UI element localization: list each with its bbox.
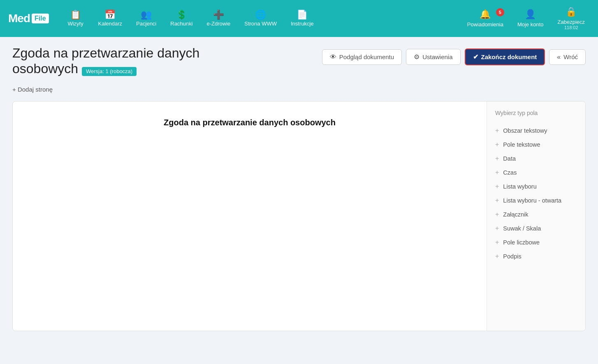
notifications-label: Powiadomienia [467, 21, 503, 28]
field-item-8[interactable]: + Pole liczbowe [495, 235, 577, 249]
lock-icon: 🔒 [566, 7, 577, 16]
eye-icon: 👁 [330, 53, 336, 61]
pacjenci-label: Pacjenci [136, 21, 156, 27]
field-plus-icon-7: + [495, 225, 499, 232]
nav-item-strona-www[interactable]: 🌐 Strona WWW [239, 6, 283, 31]
kalendarz-icon: 📅 [104, 10, 116, 19]
nav-items: 📋 Wizyty 📅 Kalendarz 👥 Pacjenci 💲 Rachun… [61, 6, 462, 31]
field-item-label-4: Lista wyboru [503, 183, 536, 190]
add-page-button[interactable]: + Dodaj stronę [12, 84, 586, 94]
field-item-label-2: Data [503, 155, 516, 162]
field-item-label-1: Pole tekstowe [503, 141, 540, 148]
page-title-block: Zgoda na przetwarzanie danych osobowych … [12, 45, 199, 77]
user-icon: 👤 [525, 10, 536, 19]
security-label: Zabezpiecz [558, 19, 585, 25]
nav-right: 🔔 5 Powiadomienia 👤 Moje konto 🔒 Zabezpi… [462, 4, 590, 33]
document-heading: Zgoda na przetwarzanie danych osobowych [164, 118, 336, 127]
field-plus-icon-1: + [495, 141, 499, 148]
add-page-row: + Dodaj stronę [12, 84, 586, 94]
version-badge: Wersja: 1 (robocza) [82, 67, 137, 76]
content: Zgoda na przetwarzanie danych osobowych … [0, 37, 598, 339]
field-plus-icon-5: + [495, 197, 499, 204]
nav-item-instrukcje[interactable]: 📄 Instrukcje [285, 6, 320, 31]
field-item-0[interactable]: + Obszar tekstowy [495, 124, 577, 138]
instrukcje-icon: 📄 [297, 10, 308, 19]
nav-item-kalendarz[interactable]: 📅 Kalendarz [93, 6, 128, 31]
back-button[interactable]: « Wróć [549, 49, 586, 65]
instrukcje-label: Instrukcje [291, 21, 314, 27]
strona-www-icon: 🌐 [255, 10, 266, 19]
field-item-label-8: Pole liczbowe [503, 239, 540, 246]
ezdrowie-label: e-Zdrowie [206, 21, 230, 27]
page-header: Zgoda na przetwarzanie danych osobowych … [12, 45, 586, 77]
nav-item-pacjenci[interactable]: 👥 Pacjenci [130, 6, 162, 31]
field-item-label-0: Obszar tekstowy [503, 127, 547, 134]
field-plus-icon-4: + [495, 183, 499, 190]
field-plus-icon-9: + [495, 253, 499, 260]
field-plus-icon-3: + [495, 169, 499, 176]
account-label: Moje konto [517, 21, 544, 28]
field-items-list: + Obszar tekstowy + Pole tekstowe + Data… [495, 124, 577, 263]
finish-button[interactable]: ✔ Zakończ dokument [465, 48, 545, 65]
kalendarz-label: Kalendarz [98, 21, 123, 27]
field-item-label-3: Czas [503, 169, 517, 176]
page-title: Zgoda na przetwarzanie danych osobowych … [12, 45, 199, 77]
field-item-3[interactable]: + Czas [495, 166, 577, 180]
preview-button[interactable]: 👁 Podgląd dokumentu [322, 49, 402, 65]
document-area: Zgoda na przetwarzanie danych osobowych … [12, 101, 586, 331]
field-panel-title: Wybierz typ pola [495, 110, 577, 116]
security-time: 118:02 [564, 25, 578, 30]
bell-icon: 🔔 [480, 10, 491, 19]
logo-file-text: File [32, 14, 49, 23]
logo-med-text: Med [8, 12, 30, 25]
navbar: Med File 📋 Wizyty 📅 Kalendarz 👥 Pacjenci… [0, 0, 598, 37]
nav-item-wizyty[interactable]: 📋 Wizyty [61, 6, 90, 31]
wizyty-icon: 📋 [70, 10, 81, 19]
logo[interactable]: Med File [8, 12, 49, 25]
field-item-6[interactable]: + Załącznik [495, 207, 577, 221]
field-item-4[interactable]: + Lista wyboru [495, 180, 577, 194]
field-plus-icon-6: + [495, 211, 499, 218]
wizyty-label: Wizyty [67, 21, 83, 27]
field-item-9[interactable]: + Podpis [495, 249, 577, 263]
field-item-label-5: Lista wyboru - otwarta [503, 197, 561, 204]
field-item-5[interactable]: + Lista wyboru - otwarta [495, 194, 577, 207]
checkmark-icon: ✔ [473, 53, 478, 61]
rachunki-label: Rachunki [170, 21, 192, 27]
settings-button[interactable]: ⚙ Ustawienia [406, 49, 460, 65]
security-button[interactable]: 🔒 Zabezpiecz 118:02 [553, 4, 590, 33]
notifications-button[interactable]: 🔔 5 Powiadomienia [462, 7, 508, 31]
nav-item-ezdrowie[interactable]: ➕ e-Zdrowie [201, 6, 236, 31]
nav-item-rachunki[interactable]: 💲 Rachunki [165, 6, 198, 31]
notification-badge: 5 [496, 8, 504, 16]
field-panel: Wybierz typ pola + Obszar tekstowy + Pol… [487, 101, 585, 331]
field-plus-icon-8: + [495, 239, 499, 246]
pacjenci-icon: 👥 [141, 10, 152, 19]
field-plus-icon-0: + [495, 127, 499, 134]
back-icon: « [557, 53, 561, 61]
field-plus-icon-2: + [495, 155, 499, 162]
account-button[interactable]: 👤 Moje konto [512, 7, 549, 31]
ezdrowie-icon: ➕ [213, 10, 224, 19]
field-item-label-7: Suwak / Skala [503, 225, 541, 232]
strona-www-label: Strona WWW [244, 21, 277, 27]
field-item-2[interactable]: + Data [495, 152, 577, 166]
field-item-1[interactable]: + Pole tekstowe [495, 138, 577, 152]
field-item-label-9: Podpis [503, 253, 521, 260]
field-item-7[interactable]: + Suwak / Skala [495, 221, 577, 235]
page-actions: 👁 Podgląd dokumentu ⚙ Ustawienia ✔ Zakoń… [322, 48, 586, 65]
gear-icon: ⚙ [414, 53, 420, 61]
field-item-label-6: Załącznik [503, 211, 528, 218]
rachunki-icon: 💲 [176, 10, 187, 19]
document-canvas: Zgoda na przetwarzanie danych osobowych [13, 101, 487, 331]
